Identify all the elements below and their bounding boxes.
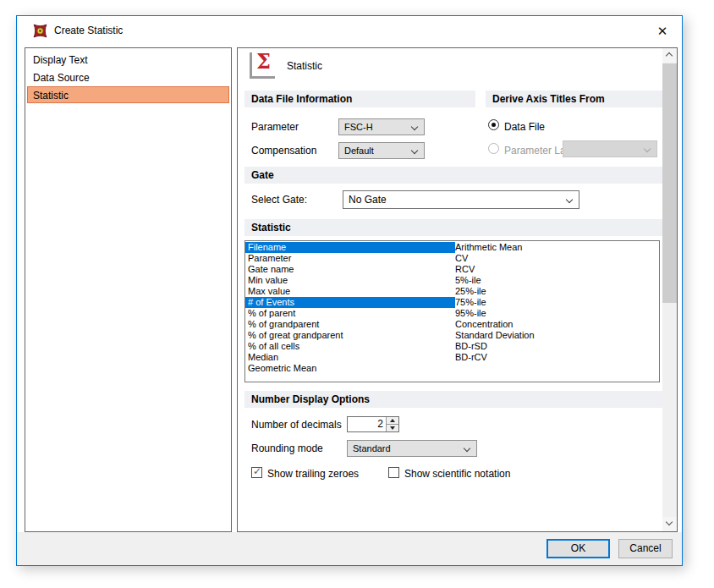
arrow-up-icon [390,419,395,422]
statistic-option-left[interactable]: Filename [245,242,455,253]
statistic-option-left[interactable]: Geometric Mean [245,363,455,374]
parameter-label-set-dropdown [563,140,657,157]
ok-button[interactable]: OK [546,539,610,558]
sidebar-item-display-text[interactable]: Display Text [27,51,229,68]
number-of-decimals-label: Number of decimals [251,419,342,431]
statistic-option-right[interactable]: 5%-ile [455,275,481,286]
statistic-option-left[interactable]: Parameter [245,253,455,264]
statistic-option-left[interactable]: # of Events [245,297,455,308]
statistic-option-right[interactable]: Standard Deviation [455,330,535,341]
statistic-list-row: ParameterCV [245,253,659,264]
dialog-footer: OK Cancel [17,532,682,565]
select-gate-dropdown[interactable]: No Gate [343,190,579,209]
statistic-list-row: # of Events75%-ile [245,297,659,308]
statistic-option-right[interactable]: Arithmetic Mean [455,242,522,253]
compensation-label: Compensation [251,145,316,157]
arrow-down-icon [390,426,395,430]
statistic-option-right[interactable]: CV [455,253,468,264]
data-file-radio[interactable] [488,119,499,130]
checkmark-icon: ✓ [253,465,261,477]
chevron-down-icon [644,146,651,152]
statistic-option-right[interactable]: 75%-ile [455,297,486,308]
rounding-mode-dropdown[interactable]: Standard [347,440,477,457]
scrollbar-thumb[interactable] [662,63,677,303]
parameter-value: FSC-H [344,122,373,132]
statistic-option-left[interactable]: % of all cells [245,341,455,352]
statistic-option-right[interactable]: BD-rSD [455,341,487,352]
statistic-option-left[interactable]: % of parent [245,308,455,319]
parameter-label: Parameter [251,121,299,133]
statistic-option-right[interactable]: 25%-ile [455,286,486,297]
window-title: Create Statistic [54,25,123,36]
statistic-option-left[interactable]: Max value [245,286,455,297]
spinner-buttons [386,417,398,431]
statistic-option-left[interactable]: % of great grandparent [245,330,455,341]
chevron-down-icon [566,196,573,203]
show-trailing-zeroes-label: Show trailing zeroes [267,468,359,480]
statistic-list-row: Geometric Mean [245,363,659,374]
arrow-up-icon [666,52,673,59]
statistic-list-row: % of great grandparentStandard Deviation [245,330,659,341]
close-icon[interactable]: ✕ [652,21,673,41]
statistic-list-row: Max value25%-ile [245,286,659,297]
section-derive-axis-titles: Derive Axis Titles From [486,91,662,107]
title-bar: Create Statistic ✕ [17,16,682,47]
create-statistic-dialog: Create Statistic ✕ Display Text Data Sou… [16,15,683,566]
statistic-list-row: % of parent95%-ile [245,308,659,319]
statistic-option-right[interactable]: RCV [455,264,475,275]
main-panel: Σ Statistic Data File Information Parame… [237,47,678,532]
section-data-file-information: Data File Information [244,91,475,107]
statistic-option-left[interactable]: Min value [245,275,455,286]
statistic-list-row: Min value5%-ile [245,275,659,286]
parameter-dropdown[interactable]: FSC-H [338,118,425,135]
select-gate-value: No Gate [349,194,387,206]
statistic-list-row: % of all cellsBD-rSD [245,341,659,352]
statistic-list-row: % of grandparentConcentration [245,319,659,330]
compensation-dropdown[interactable]: Default [338,142,425,159]
statistic-list-row: Gate nameRCV [245,264,659,275]
scroll-down-button[interactable] [662,517,677,531]
section-gate: Gate [244,167,662,184]
show-scientific-notation-label: Show scientific notation [404,468,510,480]
chevron-down-icon [411,147,418,154]
statistic-option-right[interactable]: Concentration [455,319,514,330]
statistic-option-left[interactable]: Gate name [245,264,455,275]
statistic-option-left[interactable]: Median [245,352,455,363]
show-trailing-zeroes-checkbox[interactable]: ✓ [251,467,262,478]
parameter-label-set-radio[interactable] [488,143,499,154]
panel-title: Statistic [287,60,322,72]
arrow-down-icon [666,519,673,525]
app-icon [33,24,47,38]
statistic-listbox: FilenameArithmetic Mean ParameterCV Gate… [244,240,660,382]
show-scientific-notation-checkbox[interactable] [388,467,399,478]
section-number-display-options: Number Display Options [244,391,662,408]
statistic-option-right[interactable]: 95%-ile [455,308,486,319]
statistic-option-right[interactable]: BD-rCV [455,352,487,363]
compensation-value: Default [344,146,374,156]
chevron-down-icon [464,445,470,452]
rounding-mode-value: Standard [353,443,391,453]
spin-up-button[interactable] [387,417,398,424]
scroll-up-button[interactable] [662,48,677,63]
chevron-down-icon [411,124,418,130]
section-statistic: Statistic [244,219,662,236]
number-of-decimals-value[interactable]: 2 [348,417,386,431]
radio-dot [492,123,496,127]
statistic-option-left[interactable]: % of grandparent [245,319,455,330]
sidebar-item-data-source[interactable]: Data Source [27,69,229,85]
statistic-list-row: MedianBD-rCV [245,352,659,363]
select-gate-label: Select Gate: [251,194,307,206]
sidebar-item-statistic[interactable]: Statistic [27,86,229,103]
rounding-mode-label: Rounding mode [251,442,323,454]
cancel-button[interactable]: Cancel [618,539,673,558]
sidebar: Display Text Data Source Statistic [25,47,232,532]
vertical-scrollbar[interactable] [662,48,677,531]
sigma-icon: Σ [250,52,275,79]
data-file-radio-label: Data File [504,121,545,133]
statistic-list-row: FilenameArithmetic Mean [245,242,659,253]
number-of-decimals-stepper[interactable]: 2 [347,416,399,432]
spin-down-button[interactable] [387,424,398,431]
